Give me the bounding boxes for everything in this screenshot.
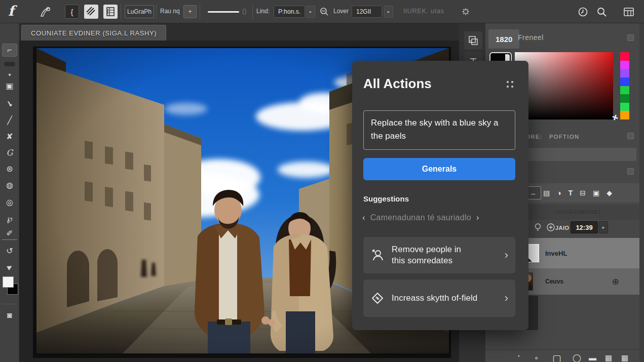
filter-image-icon[interactable]: ▣ [593,189,599,197]
minus-glyph: – [531,189,535,197]
lover-label: Lover [333,8,349,15]
hue-segment[interactable] [620,69,629,77]
layer-zoom-icon[interactable]: ⊕ [612,276,619,287]
hue-segment[interactable] [620,103,629,111]
label-line-2: this somredates [392,255,505,266]
hue-segment[interactable] [620,77,629,86]
panel-grid-icon[interactable] [103,5,118,19]
lover-dropdown-button[interactable]: ▸ [384,6,393,18]
hue-strip[interactable] [620,52,629,119]
panel-bottom-divider [485,349,639,350]
bottom-circle-small-icon[interactable]: ∘ [534,353,539,362]
filter-shape-icon[interactable]: ◆ [607,189,612,197]
hue-segment[interactable] [620,94,629,103]
line-tool[interactable]: ╱ [2,113,17,127]
stroke-preview[interactable] [208,11,239,13]
hue-segment[interactable] [620,86,629,95]
move-tool[interactable]: ⌐ [2,44,17,57]
time-field[interactable]: 12:39 [571,221,598,233]
search-icon[interactable] [596,7,607,17]
lind-value-field[interactable]: P:hon.s. [274,6,305,18]
stamp-tool[interactable]: ⊛ [2,162,17,175]
photoshop-app: f { LuGraPh Rau nq + () Lind: P:h [0,0,644,362]
marquee-tool[interactable]: ▣ [2,79,17,92]
time-dropdown-button[interactable]: ▸ [599,221,608,233]
hatch-pattern-icon[interactable] [84,5,98,19]
panels-icon [468,35,479,46]
brush-preset-icon[interactable]: { [65,5,79,19]
muted-status-text: IlUREK. utas [403,7,444,15]
eye-tool[interactable]: ◎ [2,195,17,209]
bulb-icon[interactable] [534,223,542,232]
tool-glyph: G [7,148,13,157]
select-cursor-tool[interactable]: ▶ [0,257,19,276]
chevron-right-icon: › [505,249,508,262]
carousel-prev-button[interactable]: ‹ [362,213,365,223]
panel-menu-icon[interactable] [507,81,513,88]
filter-type-icon[interactable]: T [569,189,573,197]
panels-dock-button[interactable] [464,31,482,50]
tab-1820[interactable]: 1820 [488,29,519,49]
filter-folder-icon[interactable]: ⊟ [580,189,586,197]
diagonal-lines-glyph [86,7,96,17]
add-button[interactable]: + [183,5,197,18]
bottom-grid-icon[interactable]: ▦ [605,353,612,362]
all-actions-panel: All Actions Replace the sky with a blue … [352,61,528,330]
hue-segment[interactable] [620,111,629,119]
filter-adjustment-icon[interactable]: ◑ [557,189,561,197]
add-circle-icon[interactable] [546,223,555,232]
bottom-grid-icon-2[interactable]: ▦ [621,353,628,362]
layer-name: Ceuvs [545,278,563,285]
panel-checkbox-3[interactable] [627,168,634,175]
bottom-folder-icon[interactable]: ▢ [552,352,561,362]
foreground-color-swatch[interactable] [3,276,14,288]
generate-button[interactable]: Generals [363,158,515,180]
pen-feather-icon[interactable] [39,6,52,19]
suggestion-depth-of-field[interactable]: Increass skytth of-field › [363,279,515,317]
section-separator: | [540,134,542,140]
history-state-bar[interactable]: GHSEUINO983 [518,205,639,220]
workspace-layout-icon[interactable] [623,7,634,17]
brush-tool[interactable]: ✔ [1,96,19,112]
quick-mask-tool[interactable]: ◙ [2,309,17,322]
prompt-input[interactable]: Replace the sky with a blue sky a the pa… [363,110,515,150]
lind-label: Lind: [256,8,270,15]
hue-segment[interactable] [620,52,629,61]
rotate-tool[interactable]: ↺ [2,244,17,257]
tab-freneel[interactable]: Freneel [518,33,544,42]
label-line-1: Remove people in [392,244,505,255]
history-state-text: GHSEUINO983 [556,209,601,215]
history-clock-icon[interactable] [578,7,588,17]
tool-glyph: ▶ [6,263,13,271]
lasso-tool[interactable]: ℘ [2,212,17,225]
lover-value-field[interactable]: 12GII [352,6,382,18]
smudge-tool[interactable]: ◍ [2,178,17,191]
suggestion-label: Remove people in this somredates [392,244,505,266]
zoom-out-icon[interactable] [319,7,329,17]
color-picker-gradient[interactable] [515,52,613,119]
gear-icon[interactable] [461,7,470,16]
label-line-1: Increass skytth of-field [392,293,505,304]
eyedropper-tool[interactable]: ✐ [2,227,17,240]
suggestion-remove-people[interactable]: Remove people in this somredates › [363,237,515,273]
lind-dropdown-button[interactable]: ▸ [306,6,315,18]
layer-thumbnail [527,244,539,262]
toolbar-divider [2,304,17,304]
suggestions-heading: Suggestions [363,194,409,203]
carousel-next-button[interactable]: › [476,213,479,223]
bottom-adjustment-icon[interactable]: ◯ [573,353,581,362]
suggestion-label: Increass skytth of-field [392,293,505,304]
crossed-tool[interactable]: ✘ [2,130,17,143]
panel-checkbox-2[interactable] [627,133,634,139]
hue-segment[interactable] [620,61,629,69]
graph-button[interactable]: LuGraPh [125,5,154,18]
tool-pill[interactable] [4,62,15,66]
tool-glyph: ↺ [6,246,13,256]
scribble-tool[interactable]: G [2,146,17,159]
bottom-minus-icon[interactable]: ▬ [589,353,596,362]
filter-list-icon[interactable]: ▤ [543,189,550,197]
section-tab-poftion[interactable]: Poftion [549,134,579,140]
document-tab[interactable]: COUNIATE EVDINER (SIGA.L RASHY) [21,25,166,41]
panel-checkbox-1[interactable] [627,34,634,41]
bottom-dot-icon[interactable]: ▪ [518,353,519,358]
